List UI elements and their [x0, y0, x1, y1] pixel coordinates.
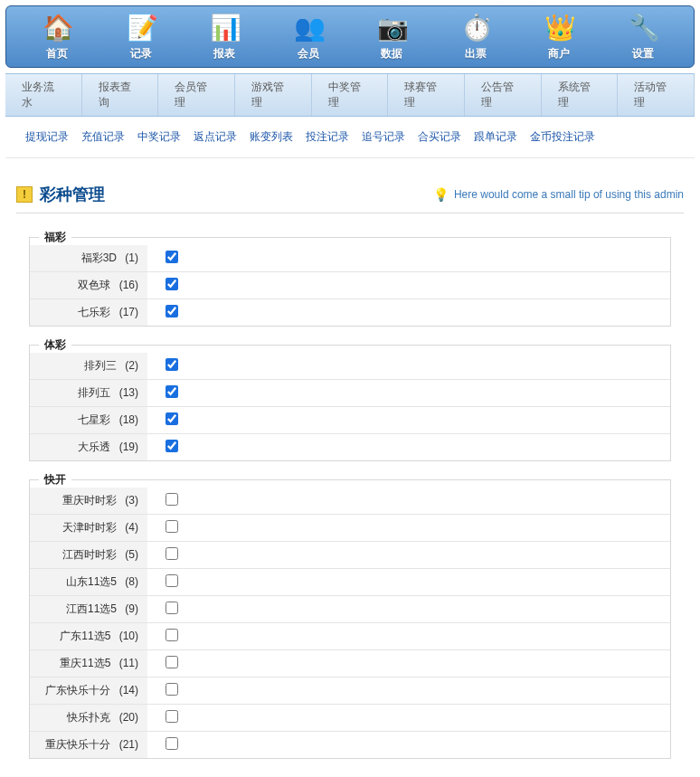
lottery-checkbox[interactable] — [166, 710, 178, 723]
topnav-icon: 📝 — [127, 14, 156, 43]
page-title: 彩种管理 — [40, 184, 105, 205]
topnav-label: 出票 — [465, 47, 487, 60]
lottery-label: 江西时时彩 (5) — [30, 542, 147, 568]
lottery-control — [147, 652, 670, 675]
topnav-item-6[interactable]: 👑商户 — [523, 14, 595, 62]
subnav-link-6[interactable]: 追号记录 — [362, 130, 405, 143]
subnav-link-7[interactable]: 合买记录 — [418, 130, 461, 143]
subnav-link-2[interactable]: 中奖记录 — [137, 130, 181, 143]
lottery-checkbox[interactable] — [166, 683, 178, 696]
lottery-row: 大乐透 (19) — [30, 433, 670, 460]
lottery-label: 七星彩 (18) — [30, 407, 147, 433]
submenu-item-8[interactable]: 活动管理 — [618, 74, 695, 116]
lottery-checkbox[interactable] — [166, 602, 178, 614]
top-navbar: 🏠首页📝记录📊报表👥会员📷数据⏱️出票👑商户🔧设置 — [5, 5, 695, 68]
topnav-label: 商户 — [548, 47, 570, 60]
lottery-checkbox[interactable] — [166, 440, 178, 452]
lottery-control — [147, 355, 670, 377]
lottery-control — [147, 489, 670, 512]
lottery-checkbox[interactable] — [166, 305, 178, 317]
lottery-row: 双色球 (16) — [30, 271, 670, 298]
topnav-icon: 📷 — [377, 14, 406, 43]
topnav-item-3[interactable]: 👥会员 — [272, 14, 345, 62]
submenu-item-7[interactable]: 系统管理 — [542, 74, 619, 116]
submenu-item-6[interactable]: 公告管理 — [465, 74, 542, 116]
lottery-label: 福彩3D (1) — [30, 245, 147, 271]
lottery-label: 广东快乐十分 (14) — [30, 678, 147, 704]
lottery-checkbox[interactable] — [166, 574, 178, 587]
lottery-row: 七乐彩 (17) — [30, 298, 670, 326]
lottery-control — [147, 301, 670, 324]
submenu-item-0[interactable]: 业务流水 — [5, 74, 82, 116]
lottery-label: 七乐彩 (17) — [30, 299, 147, 326]
lottery-row: 福彩3D (1) — [30, 245, 670, 271]
lottery-checkbox[interactable] — [166, 385, 178, 398]
subnav-link-5[interactable]: 投注记录 — [306, 130, 349, 143]
lottery-label: 大乐透 (19) — [30, 434, 147, 460]
group-2: 快开重庆时时彩 (3)天津时时彩 (4)江西时时彩 (5)山东11选5 (8)江… — [29, 472, 671, 759]
submenu-item-4[interactable]: 中奖管理 — [312, 74, 389, 116]
submenu-item-2[interactable]: 会员管理 — [158, 74, 235, 116]
lottery-checkbox[interactable] — [166, 737, 178, 750]
lottery-label: 快乐扑克 (20) — [30, 705, 147, 731]
lottery-checkbox[interactable] — [166, 358, 178, 371]
tip-text: 💡 Here would come a small tip of using t… — [433, 187, 684, 202]
submenu-item-1[interactable]: 报表查询 — [82, 74, 159, 116]
lottery-control — [147, 706, 670, 729]
lottery-control — [147, 436, 670, 459]
subnav-link-8[interactable]: 跟单记录 — [474, 130, 517, 143]
lottery-control — [147, 734, 670, 756]
topnav-item-5[interactable]: ⏱️出票 — [440, 14, 512, 62]
lottery-row: 快乐扑克 (20) — [30, 704, 670, 731]
lottery-row: 江西11选5 (9) — [30, 595, 670, 622]
lottery-row: 广东快乐十分 (14) — [30, 677, 670, 704]
submenu-item-3[interactable]: 游戏管理 — [235, 74, 312, 116]
lottery-checkbox[interactable] — [166, 278, 178, 290]
lottery-checkbox[interactable] — [166, 251, 178, 263]
topnav-label: 记录 — [130, 47, 152, 60]
subnav-link-1[interactable]: 充值记录 — [81, 130, 125, 143]
lottery-row: 重庆11选5 (11) — [30, 649, 670, 677]
lottery-label: 双色球 (16) — [30, 272, 147, 298]
lottery-checkbox[interactable] — [166, 520, 178, 533]
lottery-row: 七星彩 (18) — [30, 406, 670, 433]
lottery-row: 排列五 (13) — [30, 379, 670, 406]
lottery-control — [147, 544, 670, 566]
lottery-row: 天津时时彩 (4) — [30, 514, 670, 541]
lottery-checkbox[interactable] — [166, 412, 178, 425]
lottery-control — [147, 598, 670, 621]
topnav-item-4[interactable]: 📷数据 — [355, 14, 428, 62]
subnav-link-9[interactable]: 金币投注记录 — [530, 130, 595, 143]
lottery-label: 重庆时时彩 (3) — [30, 488, 147, 514]
links-row: 提现记录充值记录中奖记录返点记录账变列表投注记录追号记录合买记录跟单记录金币投注… — [5, 117, 695, 158]
topnav-item-7[interactable]: 🔧设置 — [607, 14, 679, 62]
lottery-control — [147, 382, 670, 404]
lottery-checkbox[interactable] — [166, 547, 178, 560]
topnav-item-2[interactable]: 📊报表 — [188, 14, 260, 62]
subnav-link-4[interactable]: 账变列表 — [250, 130, 293, 143]
lottery-checkbox[interactable] — [166, 629, 178, 641]
subnav-link-3[interactable]: 返点记录 — [194, 130, 237, 143]
page-header: ! 彩种管理 💡 Here would come a small tip of … — [16, 184, 684, 205]
lottery-row: 江西时时彩 (5) — [30, 541, 670, 568]
lottery-label: 广东11选5 (10) — [30, 623, 147, 649]
lottery-label: 天津时时彩 (4) — [30, 515, 147, 541]
submenu-item-5[interactable]: 球赛管理 — [388, 74, 465, 116]
subnav-link-0[interactable]: 提现记录 — [25, 130, 69, 143]
lottery-control — [147, 679, 670, 702]
bulb-icon: 💡 — [433, 187, 449, 202]
topnav-item-1[interactable]: 📝记录 — [105, 14, 177, 62]
topnav-icon: 👑 — [544, 14, 573, 43]
lottery-checkbox[interactable] — [166, 656, 178, 668]
warning-icon: ! — [16, 186, 33, 203]
lottery-label: 江西11选5 (9) — [30, 596, 147, 622]
lottery-label: 排列五 (13) — [30, 380, 147, 406]
group-title: 体彩 — [39, 337, 71, 353]
topnav-label: 会员 — [298, 47, 319, 60]
lottery-checkbox[interactable] — [166, 493, 178, 506]
topnav-item-0[interactable]: 🏠首页 — [21, 14, 93, 62]
topnav-icon: 📊 — [210, 14, 239, 43]
lottery-row: 重庆快乐十分 (21) — [30, 731, 670, 758]
topnav-icon: ⏱️ — [461, 14, 490, 43]
lottery-label: 重庆快乐十分 (21) — [30, 732, 147, 758]
